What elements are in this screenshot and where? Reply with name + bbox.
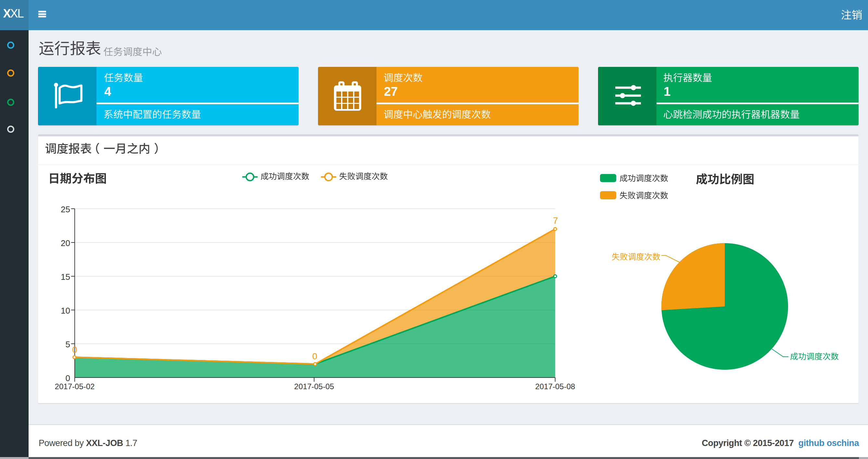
svg-text:20: 20 — [61, 238, 70, 248]
svg-text:0: 0 — [312, 351, 317, 361]
svg-text:2017-05-02: 2017-05-02 — [55, 382, 95, 391]
svg-text:15: 15 — [61, 272, 70, 282]
svg-text:0: 0 — [66, 373, 70, 383]
svg-text:25: 25 — [61, 204, 70, 214]
svg-text:7: 7 — [553, 216, 558, 226]
svg-text:2017-05-08: 2017-05-08 — [535, 382, 575, 391]
svg-text:2017-05-05: 2017-05-05 — [294, 382, 334, 391]
svg-text:5: 5 — [66, 339, 70, 349]
svg-text:10: 10 — [61, 306, 70, 316]
svg-text:0: 0 — [72, 345, 77, 355]
